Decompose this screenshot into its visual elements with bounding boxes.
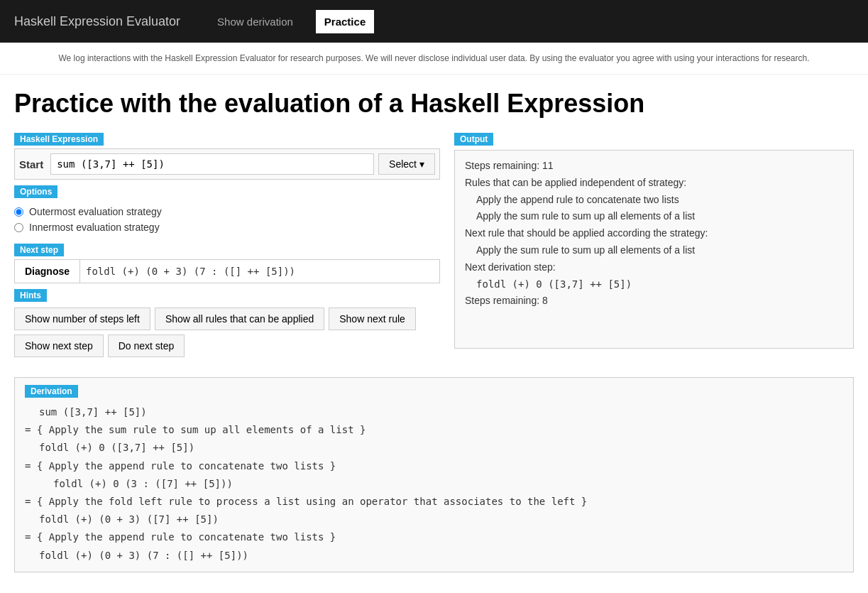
show-all-rules-button[interactable]: Show all rules that can be applied [155,308,324,330]
info-banner: We log interactions with the Haskell Exp… [0,43,868,75]
select-label: Select [389,158,417,170]
deriv-line-8: foldl (+) (0 + 3) (7 : ([] ++ [5])) [25,547,843,565]
left-panel: Haskell Expression Start Select ▾ Option… [14,133,440,363]
next-step-section: Next step Diagnose foldl (+) (0 + 3) (7 … [14,244,440,283]
right-panel: Output Steps remaining: 11 Rules that ca… [454,133,854,363]
deriv-line-6: foldl (+) (0 + 3) ([7] ++ [5]) [25,511,843,528]
output-section: Steps remaining: 11 Rules that can be ap… [454,150,854,349]
output-line-2: Apply the append rule to concatenate two… [465,192,843,209]
output-title: Output [454,133,493,146]
deriv-line-0: sum ([3,7] ++ [5]) [25,403,843,421]
output-line-3: Apply the sum rule to sum up all element… [465,208,843,225]
next-step-row: Diagnose foldl (+) (0 + 3) (7 : ([] ++ [… [14,259,440,283]
show-next-rule-button[interactable]: Show next rule [329,308,416,330]
options-section: Options Outermost evaluation strategy In… [14,185,440,238]
select-arrow-icon: ▾ [419,158,424,170]
main-content: Haskell Expression Start Select ▾ Option… [0,126,868,370]
output-line-0: Steps remaining: 11 [465,158,843,175]
haskell-expression-label: Haskell Expression [14,133,104,146]
deriv-line-4: foldl (+) 0 (3 : ([7] ++ [5])) [25,475,843,493]
expression-input[interactable] [50,153,374,175]
output-line-7: foldl (+) 0 ([3,7] ++ [5]) [465,276,843,293]
hints-buttons: Show number of steps left Show all rules… [14,308,440,357]
innermost-label: Innermost evaluation strategy [29,222,160,233]
deriv-line-7: = { Apply the append rule to concatenate… [25,528,843,546]
haskell-expr-box: Start Select ▾ [14,148,440,180]
derivation-label: Derivation [25,385,78,398]
expr-row: Start Select ▾ [15,149,439,179]
navbar: Haskell Expression Evaluator Show deriva… [0,0,868,43]
derivation-content: sum ([3,7] ++ [5]) = { Apply the sum rul… [25,403,843,565]
hints-label: Hints [14,289,47,302]
deriv-line-3: = { Apply the append rule to concatenate… [25,457,843,475]
option-outermost-row: Outermost evaluation strategy [14,204,440,219]
nav-practice[interactable]: Practice [316,10,374,33]
output-line-4: Next rule that should be applied accordi… [465,225,843,242]
show-steps-left-button[interactable]: Show number of steps left [14,308,150,330]
start-label: Start [19,158,43,170]
nav-show-derivation[interactable]: Show derivation [209,10,302,33]
deriv-line-1: = { Apply the sum rule to sum up all ele… [25,421,843,439]
navbar-brand: Haskell Expression Evaluator [14,14,180,29]
show-next-step-button[interactable]: Show next step [14,334,104,357]
outermost-label: Outermost evaluation strategy [29,206,162,217]
deriv-line-5: = { Apply the fold left rule to process … [25,493,843,511]
deriv-line-2: foldl (+) 0 ([3,7] ++ [5]) [25,439,843,457]
page-title: Practice with the evaluation of a Haskel… [0,75,868,126]
next-step-label: Next step [14,244,64,256]
next-step-expression: foldl (+) (0 + 3) (7 : ([] ++ [5])) [80,260,439,283]
options-label: Options [14,185,57,198]
innermost-radio[interactable] [14,223,23,232]
haskell-expression-section: Haskell Expression Start Select ▾ [14,133,440,180]
do-next-step-button[interactable]: Do next step [108,334,185,357]
outermost-radio[interactable] [14,207,23,217]
derivation-section: Derivation sum ([3,7] ++ [5]) = { Apply … [14,377,854,572]
output-line-1: Rules that can be applied independent of… [465,175,843,192]
diagnose-button[interactable]: Diagnose [15,260,80,283]
select-button[interactable]: Select ▾ [378,153,435,175]
option-innermost-row: Innermost evaluation strategy [14,219,440,235]
hints-section: Hints Show number of steps left Show all… [14,289,440,357]
output-line-8: Steps remaining: 8 [465,293,843,310]
output-line-6: Next derivation step: [465,259,843,276]
output-line-5: Apply the sum rule to sum up all element… [465,242,843,259]
